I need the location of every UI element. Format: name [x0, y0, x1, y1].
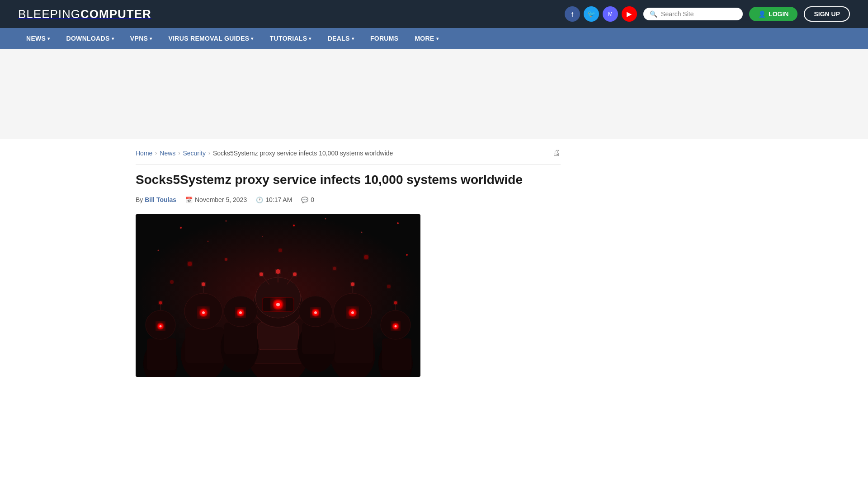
svg-point-23 — [276, 269, 280, 274]
breadcrumb-left: Home › News › Security › Socks5Systemz p… — [136, 150, 393, 157]
svg-point-78 — [387, 285, 391, 288]
svg-point-76 — [333, 267, 336, 270]
login-button[interactable]: 👤 LOGIN — [749, 7, 797, 21]
youtube-icon[interactable]: ▶ — [622, 6, 637, 22]
chevron-down-icon: ▾ — [112, 36, 114, 41]
header-right: f 🐦 M ▶ 🔍 👤 LOGIN SIGN UP — [565, 6, 850, 22]
chevron-down-icon: ▾ — [436, 36, 439, 41]
svg-point-35 — [202, 282, 205, 286]
nav-item-deals[interactable]: DEALS ▾ — [320, 28, 362, 49]
svg-point-77 — [170, 280, 174, 284]
chevron-down-icon: ▾ — [251, 36, 253, 41]
signup-button[interactable]: SIGN UP — [804, 6, 850, 22]
breadcrumb-news[interactable]: News — [160, 150, 175, 157]
svg-point-7 — [406, 254, 408, 256]
svg-point-27 — [293, 272, 297, 276]
site-header: BLEEPINGCOMPUTER f 🐦 M ▶ 🔍 👤 LOGIN SIGN … — [0, 0, 868, 28]
svg-point-3 — [293, 225, 295, 226]
nav-item-tutorials[interactable]: TUTORIALS ▾ — [262, 28, 320, 49]
svg-point-5 — [397, 222, 399, 224]
nav-item-vpns[interactable]: VPNS ▾ — [122, 28, 160, 49]
clock-icon: 🕐 — [256, 197, 263, 203]
svg-point-73 — [364, 255, 368, 259]
time-text: 10:17 AM — [265, 196, 292, 203]
svg-rect-45 — [147, 338, 176, 370]
nav-item-virus-removal[interactable]: VIRUS REMOVAL GUIDES ▾ — [160, 28, 262, 49]
logo-light: BLEEPING — [18, 7, 80, 21]
breadcrumb-separator: › — [178, 150, 180, 156]
svg-point-49 — [160, 325, 162, 328]
svg-rect-53 — [382, 338, 411, 370]
article-comments[interactable]: 💬 0 — [301, 196, 314, 203]
svg-point-8 — [325, 218, 326, 220]
article-time: 🕐 10:17 AM — [256, 196, 292, 203]
svg-point-75 — [225, 258, 227, 261]
search-input[interactable] — [661, 10, 736, 18]
svg-point-51 — [159, 301, 162, 305]
comments-count: 0 — [311, 196, 314, 203]
author-link[interactable]: Bill Toulas — [145, 196, 176, 203]
advertisement-banner — [0, 49, 868, 139]
twitter-icon[interactable]: 🐦 — [584, 6, 599, 22]
svg-point-1 — [180, 227, 182, 229]
facebook-icon[interactable]: f — [565, 6, 580, 22]
sidebar — [579, 148, 732, 377]
svg-point-71 — [314, 311, 317, 314]
chevron-down-icon: ▾ — [352, 36, 354, 41]
svg-point-65 — [239, 311, 242, 314]
nav-item-more[interactable]: MORE ▾ — [406, 28, 447, 49]
nav-item-downloads[interactable]: DOWNLOADS ▾ — [58, 28, 122, 49]
svg-point-2 — [226, 221, 227, 222]
svg-point-72 — [188, 262, 192, 266]
svg-point-57 — [395, 325, 397, 328]
breadcrumb-separator: › — [208, 150, 210, 156]
article-author: By Bill Toulas — [136, 196, 176, 203]
site-logo[interactable]: BLEEPINGCOMPUTER — [18, 7, 151, 21]
comments-icon: 💬 — [301, 197, 308, 203]
by-label: By — [136, 196, 143, 203]
breadcrumb-security[interactable]: Security — [183, 150, 206, 157]
nav-item-forums[interactable]: FORUMS — [362, 28, 406, 49]
mastodon-icon[interactable]: M — [603, 6, 618, 22]
svg-point-41 — [351, 311, 354, 314]
svg-point-43 — [351, 282, 354, 286]
article-date: 📅 November 5, 2023 — [185, 196, 247, 203]
svg-rect-61 — [224, 323, 257, 354]
svg-rect-37 — [335, 327, 373, 363]
chevron-down-icon: ▾ — [47, 36, 50, 41]
login-user-icon: 👤 — [758, 10, 766, 18]
breadcrumb-home[interactable]: Home — [136, 150, 152, 157]
search-icon: 🔍 — [650, 10, 657, 18]
article-section: Home › News › Security › Socks5Systemz p… — [136, 148, 561, 377]
svg-rect-67 — [302, 323, 335, 354]
article-hero-image — [136, 214, 420, 377]
nav-item-news[interactable]: NEWS ▾ — [18, 28, 58, 49]
main-content-wrapper: Home › News › Security › Socks5Systemz p… — [118, 139, 750, 386]
chevron-down-icon: ▾ — [150, 36, 152, 41]
main-navbar: NEWS ▾ DOWNLOADS ▾ VPNS ▾ VIRUS REMOVAL … — [0, 28, 868, 49]
svg-point-74 — [278, 249, 282, 252]
date-text: November 5, 2023 — [195, 196, 247, 203]
logo-bold: COMPUTER — [80, 7, 151, 21]
svg-point-10 — [208, 241, 209, 242]
login-label: LOGIN — [769, 10, 788, 18]
svg-point-6 — [158, 250, 159, 251]
print-icon[interactable]: 🖨 — [552, 148, 561, 158]
svg-point-25 — [259, 272, 263, 276]
svg-point-59 — [394, 301, 397, 305]
signup-label: SIGN UP — [814, 10, 840, 18]
social-icons: f 🐦 M ▶ — [565, 6, 637, 22]
chevron-down-icon: ▾ — [309, 36, 311, 41]
article-meta: By Bill Toulas 📅 November 5, 2023 🕐 10:1… — [136, 196, 561, 203]
breadcrumb-current: Socks5Systemz proxy service infects 10,0… — [213, 150, 393, 157]
svg-rect-29 — [185, 327, 224, 363]
svg-point-21 — [276, 303, 280, 306]
svg-point-9 — [262, 236, 263, 237]
svg-point-33 — [202, 311, 205, 314]
svg-point-4 — [361, 232, 363, 233]
search-bar: 🔍 — [643, 8, 743, 20]
breadcrumb-separator: › — [155, 150, 157, 156]
article-title: Socks5Systemz proxy service infects 10,0… — [136, 172, 561, 188]
breadcrumb: Home › News › Security › Socks5Systemz p… — [136, 148, 561, 164]
calendar-icon: 📅 — [185, 197, 193, 203]
